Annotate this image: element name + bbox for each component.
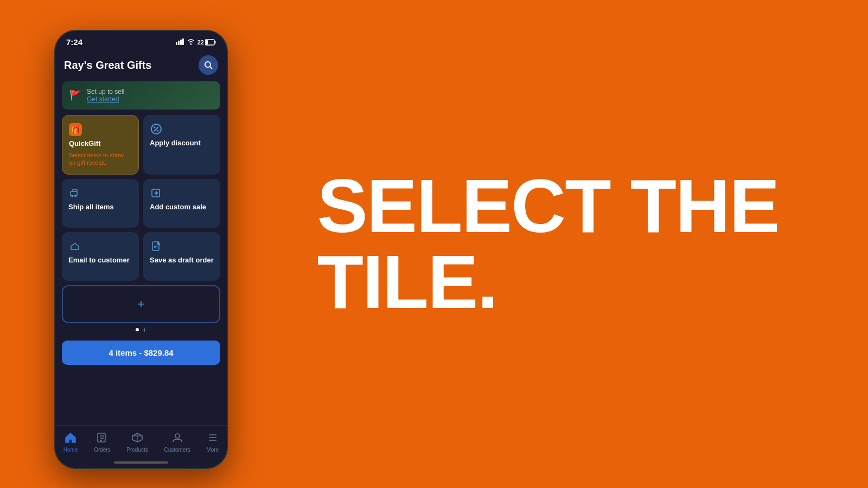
nav-customers-label: Customers (164, 447, 190, 453)
dot-1 (136, 328, 139, 331)
svg-point-14 (75, 196, 76, 197)
nav-more-label: More (206, 447, 219, 453)
tile-save-draft[interactable]: Save as draft order (143, 232, 220, 281)
app-header: Ray's Great Gifts (55, 50, 227, 81)
email-icon (68, 240, 81, 253)
tile-quickgift-title: QuickGift (69, 139, 132, 148)
svg-rect-1 (178, 41, 180, 45)
more-icon (207, 432, 219, 446)
ship-icon (68, 187, 81, 200)
tiles-grid: 🎁 QuickGift Select items to show on gift… (62, 115, 220, 281)
tile-ship-all-items[interactable]: Ship all items (62, 179, 139, 228)
app-title: Ray's Great Gifts (64, 59, 151, 72)
draft-icon (150, 240, 163, 253)
gift-icon: 🎁 (69, 123, 82, 136)
big-text: SELECT THE TILE. (317, 168, 778, 320)
discount-icon (150, 123, 163, 136)
checkout-button[interactable]: 4 items - $829.84 (62, 341, 220, 365)
customers-icon (171, 432, 183, 446)
phone-mockup: 7:24 22 (54, 30, 228, 469)
dot-indicator: + (62, 323, 220, 336)
tile-quickgift[interactable]: 🎁 QuickGift Select items to show on gift… (62, 115, 139, 175)
tile-add-custom-sale[interactable]: Add custom sale (143, 179, 220, 228)
tile-apply-discount-title: Apply discount (150, 139, 214, 147)
nav-products[interactable]: Products (122, 430, 152, 455)
svg-rect-5 (215, 41, 216, 43)
big-text-line2: TILE. (317, 244, 778, 320)
orders-icon (96, 432, 108, 446)
tile-ship-all-title: Ship all items (68, 203, 132, 211)
big-text-line1: SELECT THE (317, 168, 778, 244)
svg-point-10 (154, 127, 156, 129)
setup-label: Set up to sell (87, 88, 124, 95)
plus-indicator: + (142, 325, 146, 334)
search-icon (204, 61, 213, 69)
svg-point-13 (72, 196, 73, 197)
bottom-nav: Home Orders Products (55, 425, 227, 457)
tile-apply-discount[interactable]: Apply discount (143, 115, 220, 175)
nav-products-label: Products (126, 447, 148, 453)
wifi-icon (187, 38, 195, 46)
search-button[interactable] (199, 55, 218, 75)
signal-icon (176, 38, 184, 46)
svg-rect-0 (176, 42, 177, 45)
tile-email-to-customer[interactable]: Email to customer (62, 232, 139, 281)
svg-point-25 (175, 434, 180, 438)
status-time: 7:24 (66, 37, 82, 47)
setup-banner[interactable]: 🚩 Set up to sell Get started (62, 81, 220, 110)
battery-icon: 22 (197, 39, 216, 46)
tile-email-title: Email to customer (68, 256, 132, 265)
nav-orders[interactable]: Orders (90, 430, 115, 455)
products-icon (131, 432, 143, 446)
setup-text: Set up to sell Get started (87, 88, 124, 103)
tile-save-draft-title: Save as draft order (150, 256, 214, 265)
svg-point-7 (205, 62, 210, 67)
svg-rect-3 (182, 38, 184, 45)
custom-sale-icon (150, 187, 163, 200)
tile-add-custom-title: Add custom sale (150, 203, 214, 211)
app-body: 🚩 Set up to sell Get started 🎁 QuickGift… (55, 81, 227, 425)
nav-orders-label: Orders (94, 447, 111, 453)
svg-rect-2 (180, 40, 182, 45)
svg-rect-12 (71, 191, 77, 196)
nav-more[interactable]: More (202, 430, 223, 455)
svg-rect-6 (206, 40, 208, 44)
nav-home[interactable]: Home (59, 430, 82, 455)
home-bar (114, 461, 168, 464)
get-started-link[interactable]: Get started (87, 95, 124, 103)
status-bar: 7:24 22 (55, 31, 227, 50)
nav-home-label: Home (63, 447, 78, 453)
home-icon (65, 432, 76, 446)
flag-icon: 🚩 (69, 89, 81, 101)
svg-line-8 (210, 67, 212, 69)
big-text-area: SELECT THE TILE. (228, 136, 868, 352)
svg-point-11 (157, 130, 159, 132)
add-icon: + (138, 297, 145, 311)
home-indicator (55, 457, 227, 468)
status-icons: 22 (176, 38, 216, 46)
nav-customers[interactable]: Customers (159, 430, 194, 455)
add-tile-button[interactable]: + (62, 285, 220, 323)
tile-quickgift-subtitle: Select items to show on gift receipt. (69, 151, 132, 167)
